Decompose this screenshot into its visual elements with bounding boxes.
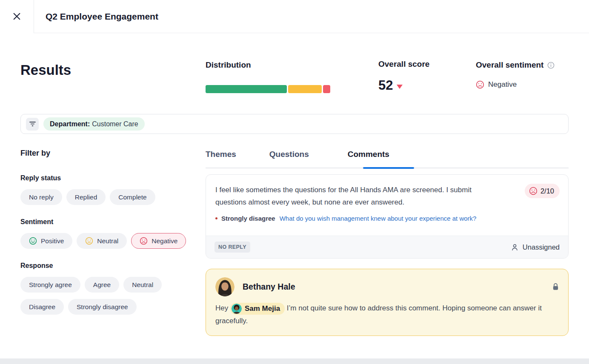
filter-icon-box: [26, 118, 39, 131]
sentiment-pills: Positive Neutral Negative: [20, 233, 195, 249]
tab-track: [206, 168, 569, 168]
tab-themes[interactable]: Themes: [206, 150, 236, 159]
overall-sentiment-label: Overall sentiment: [476, 60, 543, 70]
distribution-segment-negative: [323, 85, 330, 93]
question-link[interactable]: What do you wish management knew about y…: [280, 215, 477, 222]
page-title: Q2 Employee Engagement: [46, 11, 158, 22]
distribution-block: Distribution: [206, 60, 330, 93]
pill-positive-label: Positive: [41, 237, 64, 245]
pill-strongly-agree[interactable]: Strongly agree: [20, 277, 80, 293]
lock-icon: [552, 283, 559, 291]
tab-questions[interactable]: Questions: [269, 150, 309, 159]
pill-agree[interactable]: Agree: [85, 277, 119, 293]
department-chip-value: Customer Care: [92, 120, 138, 128]
comment-score-badge: 2/10: [525, 184, 560, 198]
pill-neutral-response[interactable]: Neutral: [123, 277, 162, 293]
filter-panel-title: Filter by: [20, 149, 195, 158]
pill-positive[interactable]: Positive: [20, 233, 72, 249]
close-icon: [12, 12, 21, 21]
person-icon: [511, 243, 519, 251]
score-trend-down-icon: [397, 85, 403, 89]
pill-no-reply[interactable]: No reply: [20, 189, 62, 205]
department-filter-chip[interactable]: Department: Customer Care: [43, 117, 145, 131]
tab-comments[interactable]: Comments: [348, 150, 389, 159]
response-bullet-icon: [215, 217, 217, 219]
filter-bar[interactable]: Department: Customer Care: [20, 114, 569, 134]
sentiment-group-label: Sentiment: [20, 218, 195, 226]
reply-status-group-label: Reply status: [20, 174, 195, 182]
mention-name: Sam Mejia: [245, 304, 280, 313]
survey-results-page: Q2 Employee Engagement Results Distribut…: [0, 0, 589, 364]
overall-score-block: Overall score 52: [378, 60, 429, 93]
neutral-face-icon: [85, 237, 93, 245]
reply-author-name: Bethany Hale: [243, 282, 295, 292]
response-group-label: Response: [20, 262, 195, 270]
pill-neutral-sentiment-label: Neutral: [97, 237, 118, 245]
overall-sentiment-block: Overall sentiment Negative: [476, 60, 555, 89]
distribution-segment-neutral: [288, 85, 321, 93]
comment-score-value: 2/10: [540, 187, 554, 195]
filter-panel: Filter by Reply status No reply Replied …: [20, 149, 195, 328]
mention-chip[interactable]: Sam Mejia: [230, 303, 285, 315]
comment-card: I feel like sometimes the questions for …: [206, 174, 569, 259]
pill-replied[interactable]: Replied: [66, 189, 106, 205]
pill-negative[interactable]: Negative: [131, 233, 186, 249]
reply-message: Hey Sam Mejia I’m not quite sure: [215, 302, 559, 327]
distribution-label: Distribution: [206, 60, 330, 70]
close-button[interactable]: [0, 0, 34, 33]
sad-face-icon: [140, 237, 148, 245]
comment-response-label: Strongly disagree: [221, 215, 275, 222]
department-chip-label: Department:: [50, 120, 90, 128]
distribution-bar: [206, 85, 330, 93]
overall-score-value: 52: [378, 78, 393, 93]
distribution-segment-positive: [206, 85, 287, 93]
overall-score-label: Overall score: [378, 60, 429, 69]
pill-disagree[interactable]: Disagree: [20, 299, 64, 315]
assignee-label: Unassigned: [523, 243, 560, 251]
comment-text: I feel like sometimes the questions for …: [215, 184, 490, 208]
sad-face-icon: [476, 80, 484, 89]
top-bar: Q2 Employee Engagement: [0, 0, 589, 33]
pill-complete[interactable]: Complete: [110, 189, 155, 205]
reply-message-prefix: Hey: [215, 304, 228, 312]
response-pills: Strongly agree Agree Neutral Disagree St…: [20, 277, 186, 315]
sad-face-icon: [529, 187, 538, 195]
info-icon[interactable]: [547, 62, 555, 69]
pill-strongly-disagree[interactable]: Strongly disagree: [68, 299, 137, 315]
results-tabs: Themes Questions Comments: [206, 150, 569, 168]
smile-face-icon: [29, 237, 37, 245]
reply-card: Bethany Hale Hey: [206, 269, 569, 336]
pill-negative-label: Negative: [152, 237, 177, 245]
overall-sentiment-value: Negative: [488, 80, 517, 89]
filter-icon: [29, 121, 36, 127]
results-heading: Results: [20, 62, 71, 78]
active-tab-indicator: [363, 167, 414, 169]
comment-footer: NO REPLY Unassigned: [206, 236, 568, 258]
bottom-strip: [0, 358, 589, 364]
avatar: [215, 277, 234, 296]
mention-avatar: [232, 304, 242, 314]
reply-status-pills: No reply Replied Complete: [20, 189, 195, 205]
status-badge: NO REPLY: [214, 242, 250, 253]
assignee-control[interactable]: Unassigned: [511, 243, 560, 251]
pill-neutral-sentiment[interactable]: Neutral: [77, 233, 127, 249]
